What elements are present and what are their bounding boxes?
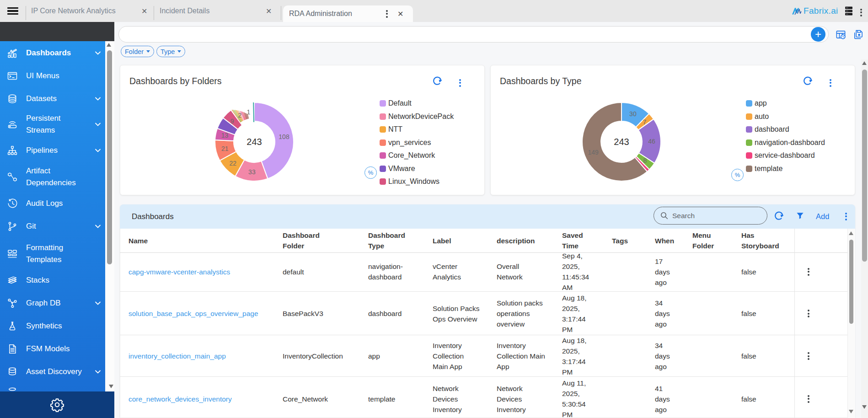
svg-text:8: 8: [643, 157, 647, 164]
svg-text:9: 9: [230, 118, 234, 125]
svg-text:108: 108: [279, 133, 289, 140]
svg-text:46: 46: [648, 138, 655, 145]
svg-text:21: 21: [221, 145, 229, 152]
svg-text:22: 22: [229, 160, 236, 167]
svg-text:149: 149: [588, 149, 599, 156]
svg-text:13: 13: [221, 132, 229, 139]
svg-text:30: 30: [629, 110, 637, 118]
svg-text:1: 1: [247, 108, 251, 116]
svg-text:7: 7: [643, 118, 646, 126]
svg-text:33: 33: [248, 168, 256, 176]
svg-text:243: 243: [614, 137, 629, 147]
svg-text:2: 2: [238, 112, 242, 119]
svg-text:243: 243: [246, 137, 262, 147]
